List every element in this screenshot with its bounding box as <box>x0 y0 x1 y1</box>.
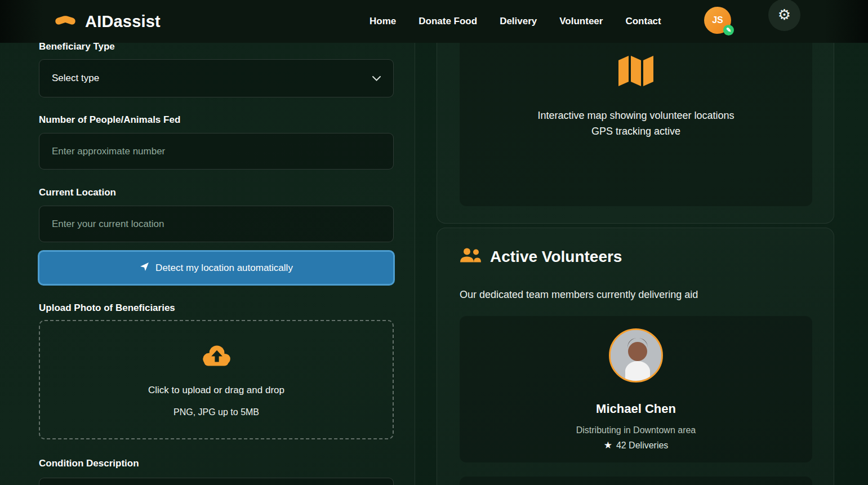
user-avatar-initials: JS <box>712 15 723 25</box>
handshake-icon <box>53 11 78 32</box>
navigation-arrow-icon <box>140 262 149 274</box>
current-location-label: Current Location <box>39 187 116 198</box>
report-form-panel: Beneficiary Type Select type Number of P… <box>0 0 415 485</box>
people-group-icon <box>460 247 481 266</box>
map-caption-line1: Interactive map showing volunteer locati… <box>460 110 812 122</box>
active-volunteers-title: Active Volunteers <box>490 248 622 266</box>
brand-name: AIDassist <box>85 12 161 31</box>
active-volunteers-header: Active Volunteers <box>460 247 622 266</box>
gear-icon: ⚙ <box>778 6 791 24</box>
beneficiary-type-selected-value: Select type <box>52 73 99 84</box>
active-volunteers-card: Active Volunteers Our dedicated team mem… <box>437 228 834 485</box>
star-icon: ★ <box>604 440 612 451</box>
upload-hint-text: PNG, JPG up to 5MB <box>40 407 393 417</box>
condition-description-label: Condition Description <box>39 458 139 469</box>
volunteer-deliveries-count: 42 Deliveries <box>616 440 668 450</box>
cloud-upload-icon <box>199 344 233 370</box>
nav-link-home[interactable]: Home <box>370 16 396 27</box>
active-volunteers-subtitle: Our dedicated team members currently del… <box>460 289 698 301</box>
beneficiary-type-select[interactable]: Select type <box>39 59 394 97</box>
beneficiary-type-label: Beneficiary Type <box>39 41 115 52</box>
top-navbar: AIDassist Home Donate Food Delivery Volu… <box>0 0 868 43</box>
app-window: Beneficiary Type Select type Number of P… <box>0 0 868 485</box>
upload-photo-label: Upload Photo of Beneficiaries <box>39 302 175 314</box>
people-fed-label: Number of People/Animals Fed <box>39 114 180 126</box>
condition-description-textarea[interactable] <box>39 478 394 485</box>
brand-logo[interactable]: AIDassist <box>53 0 161 43</box>
chevron-down-icon <box>372 73 381 84</box>
map-caption-line2: GPS tracking active <box>460 126 812 137</box>
volunteer-card: Michael Chen Distributing in Downtown ar… <box>460 316 812 462</box>
current-location-input[interactable] <box>39 206 394 242</box>
pencil-icon: ✎ <box>726 26 731 34</box>
nav-link-donate-food[interactable]: Donate Food <box>419 16 477 27</box>
user-avatar[interactable]: JS ✎ <box>704 7 731 34</box>
nav-link-volunteer[interactable]: Volunteer <box>559 16 603 27</box>
volunteer-deliveries: ★42 Deliveries <box>460 439 812 451</box>
volunteer-photo <box>609 328 663 382</box>
volunteer-status: Distributing in Downtown area <box>460 425 812 435</box>
photo-upload-dropzone[interactable]: Click to upload or drag and drop PNG, JP… <box>39 320 394 439</box>
volunteer-name: Michael Chen <box>460 402 812 416</box>
nav-link-contact[interactable]: Contact <box>625 16 661 27</box>
map-icon <box>618 56 653 88</box>
settings-button[interactable]: ⚙ <box>768 0 800 31</box>
upload-cta-text: Click to upload or drag and drop <box>40 385 393 396</box>
main-nav: Home Donate Food Delivery Volunteer Cont… <box>370 0 661 43</box>
detect-location-button-label: Detect my location automatically <box>155 262 293 274</box>
edit-profile-badge: ✎ <box>723 25 734 35</box>
people-fed-input[interactable] <box>39 133 394 170</box>
detect-location-button[interactable]: Detect my location automatically <box>38 250 395 286</box>
volunteer-card-partial <box>460 477 812 485</box>
nav-link-delivery[interactable]: Delivery <box>500 16 537 27</box>
